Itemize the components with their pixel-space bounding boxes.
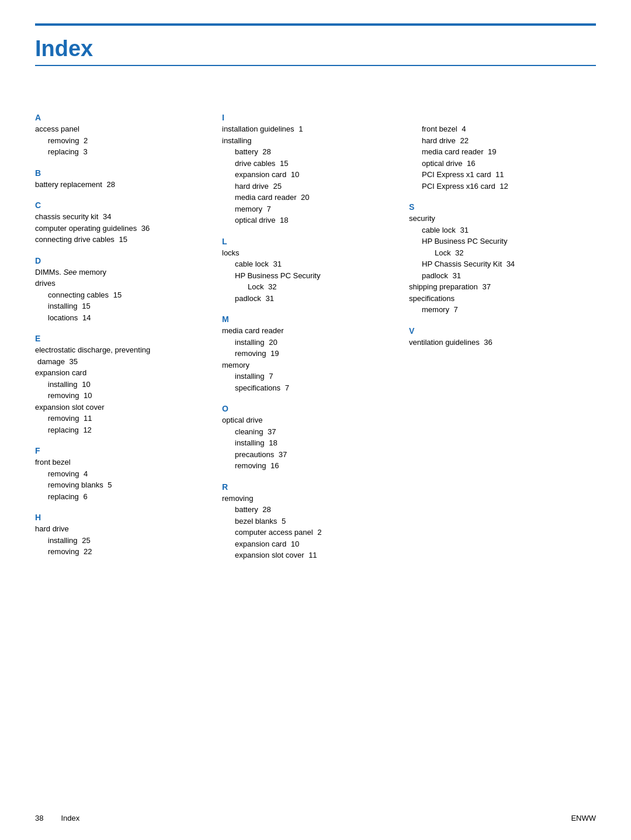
sub-removing-access-panel: removing 2 [35, 135, 210, 147]
entry-ventilation-guidelines: ventilation guidelines 36 [409, 337, 584, 348]
sub-media-card-installing: installing 20 [222, 337, 397, 348]
section-A: A access panel removing 2 replacing 3 [35, 113, 210, 158]
sub-hard-drive-installing: installing 25 [35, 535, 210, 547]
entry-removing: removing [222, 493, 397, 504]
footer-section: Index [61, 814, 79, 822]
sub-locks-hp-business: HP Business PC Security Lock 32 [222, 270, 397, 293]
sub-locks-padlock: padlock 31 [222, 293, 397, 305]
sub-installing-media-card: media card reader 20 [222, 192, 397, 203]
entry-optical-drive: optical drive [222, 414, 397, 426]
letter-O: O [222, 404, 397, 413]
section-E: E electrostatic discharge, preventing da… [35, 334, 210, 435]
sub-front-bezel-removing-blanks: removing blanks 5 [35, 479, 210, 491]
section-B: B battery replacement 28 [35, 168, 210, 191]
entry-locks: locks [222, 247, 397, 259]
entry-dimms: DIMMs. See memory [35, 267, 210, 278]
sub-expansion-card-removing: removing 10 [35, 390, 210, 402]
section-R: R removing battery 28 bezel blanks 5 com… [222, 482, 397, 561]
sub-installing-expansion-card: expansion card 10 [222, 169, 397, 181]
section-V: V ventilation guidelines 36 [409, 326, 584, 348]
entry-hard-drive: hard drive [35, 523, 210, 535]
sub-installing-optical-drive: optical drive 18 [222, 215, 397, 226]
sub-media-card-removing: removing 19 [222, 348, 397, 359]
sub-removing-expansion-card: expansion card 10 [222, 538, 397, 550]
sub-security-padlock: padlock 31 [409, 270, 584, 282]
letter-R: R [222, 482, 397, 492]
footer: 38 Index ENWW [35, 814, 596, 822]
entry-computer-operating: computer operating guidelines 36 [35, 223, 210, 234]
entry-electrostatic: electrostatic discharge, preventing dama… [35, 344, 210, 367]
sub-installing-memory: memory 7 [222, 203, 397, 215]
column-3: R front bezel 4 hard drive 22 media card… [409, 113, 596, 572]
sub-expansion-card-installing: installing 10 [35, 379, 210, 390]
section-H: H hard drive installing 25 removing 22 [35, 513, 210, 558]
entry-drives: drives [35, 278, 210, 289]
sub-specifications-memory: memory 7 [409, 304, 584, 316]
entry-front-bezel: front bezel [35, 457, 210, 468]
section-D: D DIMMs. See memory drives connecting ca… [35, 256, 210, 324]
letter-A: A [35, 113, 210, 122]
column-1: A access panel removing 2 replacing 3 B … [35, 113, 222, 572]
entry-installing: installing [222, 135, 397, 147]
sub-removing-bezel-blanks: bezel blanks 5 [222, 516, 397, 527]
entry-battery-replacement: battery replacement 28 [35, 179, 210, 191]
column-2: I installation guidelines 1 installing b… [222, 113, 409, 572]
entry-media-card-reader: media card reader [222, 325, 397, 337]
letter-H: H [35, 513, 210, 522]
sub-removing-media-card-reader: media card reader 19 [409, 146, 584, 158]
sub-optical-installing: installing 18 [222, 437, 397, 449]
sub-removing-hard-drive: hard drive 22 [409, 135, 584, 147]
section-I: I installation guidelines 1 installing b… [222, 113, 397, 226]
sub-front-bezel-replacing: replacing 6 [35, 491, 210, 503]
sub-optical-precautions: precautions 37 [222, 449, 397, 461]
footer-left: 38 Index [35, 814, 79, 822]
sub-optical-removing: removing 16 [222, 460, 397, 472]
entry-expansion-card: expansion card [35, 367, 210, 379]
sub-front-bezel-removing: removing 4 [35, 468, 210, 480]
entry-expansion-slot-cover: expansion slot cover [35, 402, 210, 413]
sub-removing-optical-drive: optical drive 16 [409, 158, 584, 170]
page-title: Index [35, 36, 596, 66]
entry-specifications: specifications [409, 293, 584, 305]
sub-installing-battery: battery 28 [222, 146, 397, 158]
sub-removing-expansion-slot-cover: expansion slot cover 11 [222, 549, 397, 561]
entry-access-panel: access panel [35, 123, 210, 135]
section-M: M media card reader installing 20 removi… [222, 314, 397, 393]
letter-S: S [409, 202, 584, 212]
footer-page-num: 38 [35, 814, 43, 822]
sub-replacing-access-panel: replacing 3 [35, 146, 210, 158]
sub-removing-pci-express-x16: PCI Express x16 card 12 [409, 181, 584, 192]
sub-security-hp-chassis: HP Chassis Security Kit 34 [409, 258, 584, 270]
page: Index A access panel removing 2 replacin… [0, 0, 631, 840]
letter-E: E [35, 334, 210, 343]
sub-installing-drive-cables: drive cables 15 [222, 158, 397, 170]
entry-chassis-security-kit: chassis security kit 34 [35, 211, 210, 223]
sub-locks-cable-lock: cable lock 31 [222, 258, 397, 270]
entry-shipping-preparation: shipping preparation 37 [409, 281, 584, 293]
sub-drives-locations: locations 14 [35, 312, 210, 324]
sub-removing-battery: battery 28 [222, 504, 397, 516]
letter-V: V [409, 326, 584, 336]
entry-security: security [409, 213, 584, 224]
section-O: O optical drive cleaning 37 installing 1… [222, 404, 397, 472]
sub-optical-cleaning: cleaning 37 [222, 426, 397, 438]
section-F: F front bezel removing 4 removing blanks… [35, 446, 210, 502]
letter-C: C [35, 201, 210, 210]
letter-L: L [222, 237, 397, 246]
entry-connecting-drive-cables: connecting drive cables 15 [35, 234, 210, 246]
letter-M: M [222, 314, 397, 324]
sub-security-cable-lock: cable lock 31 [409, 224, 584, 236]
letter-I: I [222, 113, 397, 122]
sub-drives-connecting: connecting cables 15 [35, 289, 210, 301]
sub-memory-specifications: specifications 7 [222, 382, 397, 394]
sub-removing-pci-express-x1: PCI Express x1 card 11 [409, 169, 584, 181]
entry-installation-guidelines: installation guidelines 1 [222, 123, 397, 135]
section-L: L locks cable lock 31 HP Business PC Sec… [222, 237, 397, 305]
sub-removing-front-bezel: front bezel 4 [409, 123, 584, 135]
letter-B: B [35, 168, 210, 178]
sub-expansion-slot-replacing: replacing 12 [35, 424, 210, 436]
content-area: A access panel removing 2 replacing 3 B … [35, 113, 596, 572]
section-S: S security cable lock 31 HP Business PC … [409, 202, 584, 316]
sub-removing-computer-access-panel: computer access panel 2 [222, 527, 397, 538]
letter-D: D [35, 256, 210, 265]
